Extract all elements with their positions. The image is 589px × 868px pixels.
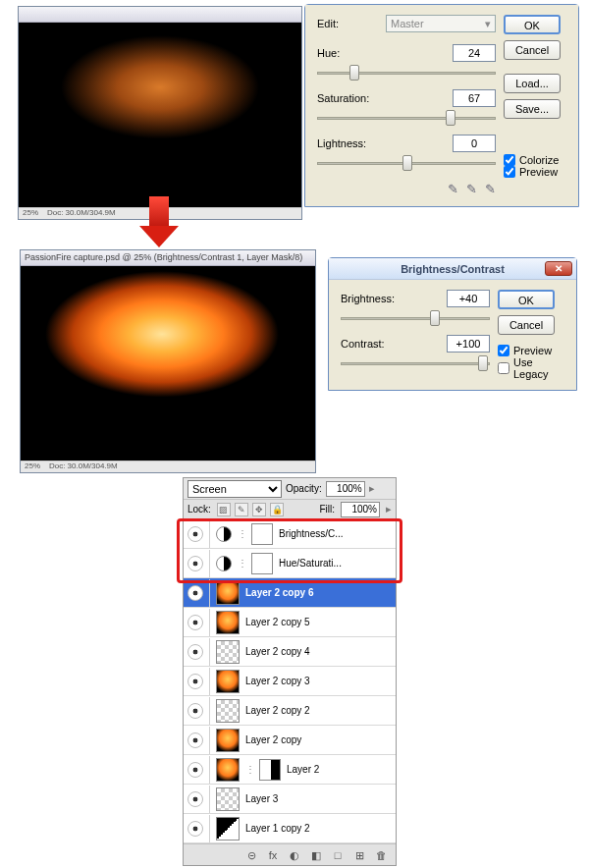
layer-thumbnail[interactable] xyxy=(216,640,240,664)
contrast-label: Contrast: xyxy=(341,338,409,350)
layer-row[interactable]: Layer 2 copy 4 xyxy=(184,637,396,667)
blend-mode-dropdown[interactable]: Screen xyxy=(187,480,282,498)
hue-slider[interactable] xyxy=(317,64,496,81)
saturation-input[interactable]: 67 xyxy=(453,89,496,107)
visibility-eye-icon[interactable] xyxy=(187,703,203,719)
layers-topbar: Screen Opacity: 100% ▸ xyxy=(184,478,396,500)
layer-row[interactable]: Layer 2 copy 5 xyxy=(184,608,396,637)
edit-dropdown[interactable]: Master ▾ xyxy=(386,15,496,32)
dialog-titlebar: Brightness/Contrast ✕ xyxy=(329,258,576,280)
cancel-button[interactable]: Cancel xyxy=(498,315,555,335)
layer-mask-thumb[interactable] xyxy=(259,759,281,781)
chevron-down-icon: ▾ xyxy=(485,16,491,31)
layer-thumbnail[interactable] xyxy=(216,817,240,841)
layer-row[interactable]: Layer 2 copy 6 xyxy=(184,578,396,608)
fill-label: Fill: xyxy=(319,504,335,515)
workflow-arrow xyxy=(139,196,179,247)
fill-input[interactable]: 100% xyxy=(341,502,380,517)
doc-size: Doc: 30.0M/304.9M xyxy=(47,208,116,217)
load-button[interactable]: Load... xyxy=(504,74,561,93)
save-button[interactable]: Save... xyxy=(504,99,561,119)
layer-row[interactable]: Layer 2 copy xyxy=(184,726,396,755)
visibility-eye-icon[interactable] xyxy=(187,556,203,571)
opacity-label: Opacity: xyxy=(286,483,322,494)
lock-all-icon[interactable]: 🔒 xyxy=(270,503,284,516)
eyedropper-plus-icon[interactable]: ✎ xyxy=(466,182,477,196)
eyedropper-minus-icon[interactable]: ✎ xyxy=(485,182,496,196)
lightness-slider[interactable] xyxy=(317,154,496,172)
new-layer-icon[interactable]: ⊞ xyxy=(352,848,366,862)
lock-position-icon[interactable]: ✥ xyxy=(252,503,266,516)
link-icon: ⋮ xyxy=(245,764,253,775)
saturation-slider[interactable] xyxy=(317,109,496,127)
colorize-checkbox[interactable]: Colorize xyxy=(504,154,566,166)
use-legacy-checkbox[interactable]: Use Legacy xyxy=(498,356,564,380)
layer-thumbnail[interactable] xyxy=(216,758,240,782)
layer-row[interactable]: Layer 3 xyxy=(184,785,396,814)
layer-mask-thumb[interactable] xyxy=(251,523,273,545)
layer-row[interactable]: ⋮Layer 2 xyxy=(184,755,396,785)
visibility-eye-icon[interactable] xyxy=(187,674,203,689)
dialog-title: Brightness/Contrast xyxy=(401,263,505,275)
layer-mask-thumb[interactable] xyxy=(251,553,273,574)
layer-row[interactable]: ⋮Brightness/C... xyxy=(184,519,396,549)
visibility-eye-icon[interactable] xyxy=(187,732,203,748)
doc-size: Doc: 30.0M/304.9M xyxy=(49,461,118,470)
document-window-after: PassionFire capture.psd @ 25% (Brightnes… xyxy=(20,249,316,473)
layer-row[interactable]: Layer 1 copy 2 xyxy=(184,814,396,843)
link-icon: ⋮ xyxy=(238,558,245,569)
link-layers-icon[interactable]: ⊝ xyxy=(244,848,258,862)
document-window-before: 25% Doc: 30.0M/304.9M xyxy=(18,6,302,220)
layer-thumbnail[interactable] xyxy=(216,670,240,693)
layer-thumbnail[interactable] xyxy=(216,581,240,605)
layer-name: Layer 2 copy 4 xyxy=(245,646,392,657)
trash-icon[interactable]: 🗑 xyxy=(374,848,388,862)
cancel-button[interactable]: Cancel xyxy=(504,40,561,60)
layer-name: Brightness/C... xyxy=(279,528,392,539)
visibility-eye-icon[interactable] xyxy=(187,791,203,807)
visibility-eye-icon[interactable] xyxy=(187,762,203,778)
edit-label: Edit: xyxy=(317,18,386,29)
visibility-eye-icon[interactable] xyxy=(187,644,203,660)
visibility-eye-icon[interactable] xyxy=(187,821,203,837)
close-button[interactable]: ✕ xyxy=(545,261,572,276)
layer-thumbnail[interactable] xyxy=(216,611,240,634)
layer-row[interactable]: Layer 2 copy 2 xyxy=(184,696,396,726)
layer-mask-icon[interactable]: ◐ xyxy=(288,848,301,862)
opacity-input[interactable]: 100% xyxy=(326,481,365,497)
layer-effects-icon[interactable]: fx xyxy=(266,848,280,862)
visibility-eye-icon[interactable] xyxy=(187,585,203,601)
layer-row[interactable]: Layer 2 copy 3 xyxy=(184,667,396,696)
visibility-eye-icon[interactable] xyxy=(187,526,203,542)
visibility-eye-icon[interactable] xyxy=(187,615,203,630)
layer-thumbnail[interactable] xyxy=(216,787,240,811)
layers-footer: ⊝ fx ◐ ◧ □ ⊞ 🗑 xyxy=(184,843,396,865)
lock-pixels-icon[interactable]: ✎ xyxy=(235,503,248,516)
layers-panel: Screen Opacity: 100% ▸ Lock: ▨ ✎ ✥ 🔒 Fil… xyxy=(183,477,397,866)
link-icon: ⋮ xyxy=(238,528,245,539)
adjustment-layer-icon xyxy=(216,556,232,571)
lightness-input[interactable]: 0 xyxy=(453,135,496,152)
lightness-label: Lightness: xyxy=(317,137,386,149)
adjustment-layer-icon[interactable]: ◧ xyxy=(309,848,323,862)
layer-thumbnail[interactable] xyxy=(216,729,240,752)
layer-thumbnail[interactable] xyxy=(216,699,240,723)
brightness-slider[interactable] xyxy=(341,309,490,327)
canvas xyxy=(19,23,301,207)
preview-checkbox[interactable]: Preview xyxy=(504,166,566,178)
hue-input[interactable]: 24 xyxy=(453,44,496,62)
chevron-right-icon: ▸ xyxy=(386,503,392,515)
brightness-input[interactable]: +40 xyxy=(447,290,490,307)
contrast-input[interactable]: +100 xyxy=(447,335,490,353)
layer-row[interactable]: ⋮Hue/Saturati... xyxy=(184,549,396,578)
eyedropper-icon[interactable]: ✎ xyxy=(448,182,458,196)
ok-button[interactable]: OK xyxy=(498,290,555,309)
ok-button[interactable]: OK xyxy=(504,15,561,34)
contrast-slider[interactable] xyxy=(341,354,490,372)
lock-transparency-icon[interactable]: ▨ xyxy=(217,503,231,516)
preview-checkbox[interactable]: Preview xyxy=(498,345,564,356)
layer-name: Hue/Saturati... xyxy=(279,558,392,569)
layer-name: Layer 3 xyxy=(245,793,392,804)
hue-label: Hue: xyxy=(317,47,386,59)
group-icon[interactable]: □ xyxy=(331,848,345,862)
